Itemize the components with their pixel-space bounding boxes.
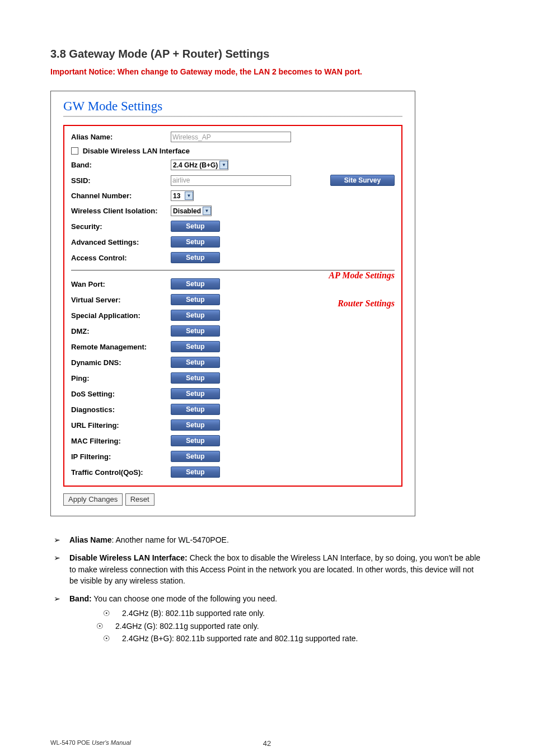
sub-item: ☉ 2.4GHz (B): 802.11b supported rate onl… (69, 608, 484, 619)
setup-button[interactable]: Setup (171, 466, 220, 478)
setup-button[interactable]: Setup (171, 294, 220, 305)
setup-button[interactable]: Setup (171, 341, 220, 352)
row-label: URL Filtering: (70, 417, 170, 433)
section-title: 3.8 Gateway Mode (AP + Router) Settings (50, 48, 484, 60)
ssid-label: SSID: (70, 172, 170, 188)
site-survey-button[interactable]: Site Survey (330, 175, 395, 186)
band-label: Band: (70, 157, 170, 172)
term: Alias Name (69, 535, 111, 544)
row-label: Virtual Server: (70, 292, 170, 307)
setup-button[interactable]: Setup (171, 221, 220, 232)
band-value: 2.4 GHz (B+G) (173, 161, 218, 169)
sep: : (111, 535, 115, 544)
settings-panel: GW Mode Settings AP Mode Settings Router… (50, 91, 415, 516)
isolation-select[interactable]: Disabled ▼ (171, 206, 212, 216)
setup-button[interactable]: Setup (171, 236, 220, 248)
row-label: Diagnostics: (70, 402, 170, 417)
annotation-router: Router Settings (338, 298, 395, 309)
band-select[interactable]: 2.4 GHz (B+G) ▼ (171, 160, 228, 170)
desc-text: You can choose one mode of the following… (93, 594, 277, 603)
row-label: Traffic Control(QoS): (70, 464, 170, 480)
row-label: IP Filtering: (70, 449, 170, 464)
channel-label: Channel Number: (70, 188, 170, 203)
manual-suffix: User's Manual (92, 739, 131, 746)
row-label: Security: (70, 218, 170, 234)
arrow-icon: ➢ (50, 534, 69, 545)
highlight-box: AP Mode Settings Router Settings Alias N… (63, 125, 402, 487)
setup-button[interactable]: Setup (171, 451, 220, 462)
alias-label: Alias Name: (70, 129, 170, 144)
important-notice: Important Notice: When change to Gateway… (50, 67, 484, 76)
sub-item: ☉ 2.4GHz (B+G): 802.11b supported rate a… (69, 633, 484, 644)
chevron-down-icon: ▼ (219, 161, 228, 169)
sub-text: 2.4GHz (B): 802.11b supported rate only. (122, 608, 265, 619)
arrow-icon: ➢ (50, 552, 69, 586)
apply-changes-button[interactable]: Apply Changes (63, 493, 123, 506)
isolation-value: Disabled (173, 207, 201, 215)
setup-button[interactable]: Setup (171, 278, 220, 290)
row-label: Access Control: (70, 250, 170, 265)
setup-button[interactable]: Setup (171, 404, 220, 415)
page-number: 42 (263, 739, 271, 748)
panel-title: GW Mode Settings (63, 99, 402, 114)
setup-button[interactable]: Setup (171, 310, 220, 321)
row-label: Special Application: (70, 307, 170, 323)
setup-button[interactable]: Setup (171, 388, 220, 399)
disable-wlan-label: Disable Wireless LAN Interface (83, 147, 190, 155)
page-footer: WL-5470 POE User's Manual 42 (50, 739, 484, 746)
sub-list: ☉ 2.4GHz (B): 802.11b supported rate onl… (69, 608, 484, 644)
row-label: MAC Filtering: (70, 433, 170, 449)
description-item: ➢ Disable Wireless LAN Interface: Check … (50, 552, 484, 586)
desc-text: Another name for WL-5470POE. (116, 535, 229, 544)
term: Band: (69, 594, 92, 603)
disable-wlan-checkbox[interactable] (71, 147, 78, 155)
row-label: Ping: (70, 370, 170, 386)
row-label: Remote Management: (70, 339, 170, 354)
dot-icon: ☉ (103, 608, 122, 619)
manual-title: WL-5470 POE User's Manual (50, 739, 131, 746)
row-label: Advanced Settings: (70, 234, 170, 250)
dot-icon: ☉ (96, 620, 115, 632)
channel-value: 13 (173, 192, 183, 200)
setup-button[interactable]: Setup (171, 419, 220, 431)
alias-input[interactable] (171, 132, 291, 142)
reset-button[interactable]: Reset (125, 493, 154, 506)
isolation-label: Wireless Client Isolation: (70, 203, 170, 218)
ssid-input[interactable] (171, 175, 291, 186)
row-label: DMZ: (70, 323, 170, 339)
setup-button[interactable]: Setup (171, 325, 220, 337)
sub-item: ☉ 2.4GHz (G): 802.11g supported rate onl… (69, 620, 484, 632)
annotation-ap-mode: AP Mode Settings (329, 270, 395, 281)
description-list: ➢ Alias Name: Another name for WL-5470PO… (50, 534, 484, 645)
term: Disable Wireless LAN Interface: (69, 553, 188, 562)
sub-text: 2.4GHz (B+G): 802.11b supported rate and… (122, 633, 358, 644)
row-label: DoS Setting: (70, 386, 170, 402)
manual-prefix: WL-5470 POE (50, 739, 92, 746)
sub-text: 2.4GHz (G): 802.11g supported rate only. (115, 620, 259, 632)
chevron-down-icon: ▼ (203, 207, 211, 215)
description-item: ➢ Alias Name: Another name for WL-5470PO… (50, 534, 484, 545)
chevron-down-icon: ▼ (185, 192, 193, 200)
panel-divider (63, 116, 402, 117)
row-label: Dynamic DNS: (70, 354, 170, 370)
dot-icon: ☉ (103, 633, 122, 644)
setup-button[interactable]: Setup (171, 372, 220, 384)
setup-button[interactable]: Setup (171, 252, 220, 263)
row-label: Wan Port: (70, 276, 170, 292)
description-item: ➢ Band: You can choose one mode of the f… (50, 593, 484, 645)
arrow-icon: ➢ (50, 593, 69, 645)
setup-button[interactable]: Setup (171, 357, 220, 368)
setup-button[interactable]: Setup (171, 435, 220, 446)
channel-select[interactable]: 13 ▼ (171, 190, 194, 201)
